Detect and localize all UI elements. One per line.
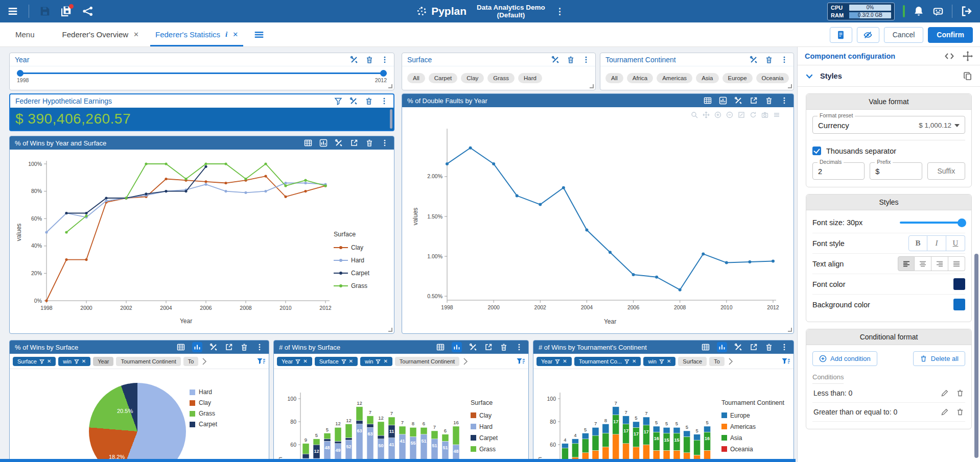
chip-remove-icon[interactable]: ✕: [667, 358, 671, 364]
tools-icon[interactable]: [469, 343, 477, 351]
resize-handle[interactable]: [388, 328, 392, 332]
table-icon[interactable]: [702, 343, 710, 351]
confirm-button[interactable]: Confirm: [928, 27, 973, 43]
chip-filter-icon[interactable]: [555, 359, 560, 364]
close-tab-icon[interactable]: ✕: [232, 31, 238, 38]
tab-federers-statistics[interactable]: Federer's Statistics i ✕: [147, 22, 246, 46]
table-icon[interactable]: [177, 343, 185, 351]
tools-icon[interactable]: [551, 56, 559, 64]
dimension-chip-tournament-co-[interactable]: Tournament Co...✕: [574, 357, 641, 366]
resize-handle[interactable]: [788, 84, 792, 88]
earnings-panel[interactable]: Federer Hypothetical Earnings $ 390,406,…: [9, 93, 394, 131]
trash-icon[interactable]: [956, 389, 964, 397]
open-in-new-icon[interactable]: [750, 96, 758, 105]
filter-option-africa[interactable]: Africa: [627, 73, 653, 83]
kebab-icon[interactable]: [780, 56, 788, 64]
trash-icon[interactable]: [500, 343, 508, 351]
kebab-icon[interactable]: [380, 97, 388, 105]
modebar-zoom-in-icon[interactable]: [714, 111, 721, 118]
open-in-new-icon[interactable]: [484, 343, 493, 351]
move-icon[interactable]: [963, 51, 973, 61]
chip-remove-icon[interactable]: ✕: [47, 358, 51, 364]
wins-bars-continent-panel[interactable]: # of Wins by Tournament's Continent Year…: [533, 340, 794, 462]
tools-icon[interactable]: [335, 139, 343, 147]
dimension-chip-win[interactable]: win✕: [643, 357, 675, 366]
surface-filter-panel[interactable]: Surface AllCarpetClayGrassHard: [402, 53, 596, 90]
chip-filter-icon[interactable]: [624, 359, 629, 364]
year-range-slider[interactable]: 1998 2012: [10, 66, 394, 83]
dimension-chip-year[interactable]: Year✕: [536, 357, 572, 366]
chart-view-icon[interactable]: [192, 342, 202, 352]
chip-filter-icon[interactable]: [295, 359, 300, 364]
scrollbar-thumb[interactable]: [390, 109, 392, 129]
logout-icon[interactable]: [961, 6, 972, 17]
kebab-icon[interactable]: [381, 139, 389, 147]
chip-remove-icon[interactable]: ✕: [349, 358, 353, 364]
tools-icon[interactable]: [734, 343, 742, 351]
bold-button[interactable]: B: [908, 235, 927, 251]
chips-overflow-chevron-icon[interactable]: [727, 357, 734, 366]
align-justify-button[interactable]: [948, 256, 965, 271]
filter-option-oceania[interactable]: Oceania: [756, 73, 789, 83]
save-icon[interactable]: [39, 6, 51, 17]
dimension-chip-year[interactable]: Year✕: [277, 357, 312, 366]
pencil-icon[interactable]: [941, 408, 949, 416]
filter-option-americas[interactable]: Americas: [657, 73, 692, 83]
chip-remove-icon[interactable]: ✕: [632, 358, 636, 364]
kebab-icon[interactable]: [780, 96, 788, 105]
trash-icon[interactable]: [567, 56, 575, 64]
tools-icon[interactable]: [750, 56, 758, 64]
chip-remove-icon[interactable]: ✕: [303, 358, 307, 364]
trash-icon[interactable]: [765, 343, 773, 351]
chart-view-icon[interactable]: [719, 96, 727, 105]
chevron-down-icon[interactable]: [805, 71, 814, 81]
chart-view-icon[interactable]: [717, 342, 727, 352]
open-in-new-icon[interactable]: [750, 343, 758, 351]
menu-button[interactable]: Menu: [15, 30, 35, 39]
workspace-kebab-icon[interactable]: ⋮: [555, 6, 564, 17]
slider-handle-max[interactable]: [380, 70, 387, 77]
align-right-button[interactable]: [931, 256, 948, 271]
model-share-icon[interactable]: [82, 6, 94, 17]
chip-remove-icon[interactable]: ✕: [82, 358, 86, 364]
table-icon[interactable]: [436, 343, 445, 351]
slider-handle-min[interactable]: [17, 70, 24, 77]
cancel-button[interactable]: Cancel: [884, 27, 924, 43]
tools-icon[interactable]: [734, 96, 742, 105]
assistant-bot-icon[interactable]: [932, 6, 944, 17]
dimension-chip-tournament-continent[interactable]: Tournament Continent: [395, 357, 459, 366]
dimension-chip-to[interactable]: To: [183, 357, 199, 366]
trash-icon[interactable]: [956, 408, 964, 416]
thousands-separator-checkbox[interactable]: Thousands separator: [812, 147, 965, 155]
notifications-bell-icon[interactable]: [913, 6, 924, 17]
kebab-icon[interactable]: [381, 56, 389, 64]
copy-icon[interactable]: [963, 71, 973, 81]
double-faults-panel[interactable]: % of Double Faults by Year 0.50%1.00%1.5…: [402, 93, 794, 334]
hamburger-menu-icon[interactable]: [7, 6, 18, 17]
report-view-button[interactable]: [830, 27, 852, 43]
trash-icon[interactable]: [365, 56, 374, 64]
font-color-swatch[interactable]: [953, 278, 965, 290]
kebab-icon[interactable]: [255, 343, 264, 351]
close-tab-icon[interactable]: ✕: [133, 31, 139, 38]
chip-filter-icon[interactable]: [376, 359, 381, 364]
save-all-icon[interactable]: [61, 6, 72, 17]
open-in-new-icon[interactable]: [225, 343, 233, 351]
dimension-chip-surface[interactable]: Surface✕: [13, 357, 56, 366]
resize-handle[interactable]: [590, 84, 594, 88]
resize-handle[interactable]: [788, 328, 792, 332]
checkbox-checked-icon[interactable]: [812, 147, 821, 155]
filter-option-carpet[interactable]: Carpet: [429, 73, 458, 83]
chip-filter-icon[interactable]: [74, 359, 79, 364]
scrollbar-thumb[interactable]: [974, 254, 978, 458]
chart-view-icon[interactable]: [319, 139, 328, 147]
underline-button[interactable]: U: [946, 235, 965, 251]
modebar-menu-icon[interactable]: [773, 111, 780, 118]
chip-remove-icon[interactable]: ✕: [563, 358, 567, 364]
filter-option-hard[interactable]: Hard: [518, 73, 542, 83]
tools-icon[interactable]: [349, 97, 358, 105]
modebar-zoom-icon[interactable]: [691, 111, 698, 118]
filter-list-icon[interactable]: [781, 357, 790, 366]
kebab-icon[interactable]: [515, 343, 523, 351]
prefix-field[interactable]: Prefix $: [870, 162, 922, 180]
